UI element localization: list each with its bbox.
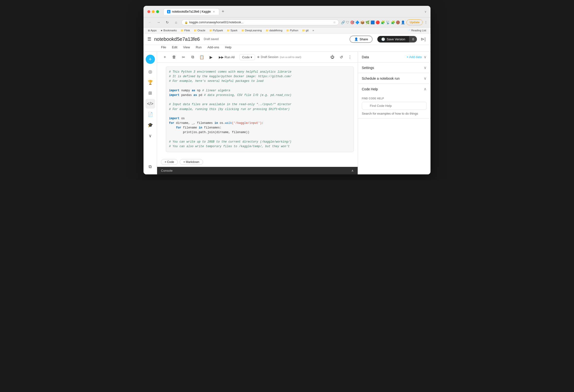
save-version-count-button[interactable]: 0 xyxy=(409,36,417,42)
hamburger-menu-icon[interactable]: ☰ xyxy=(147,36,151,42)
sidebar-item-code[interactable]: </> xyxy=(145,99,155,109)
minimize-button[interactable] xyxy=(152,10,155,13)
new-tab-button[interactable]: + xyxy=(220,9,226,14)
add-cell-fab[interactable]: + xyxy=(146,55,155,64)
update-button[interactable]: Update xyxy=(407,20,423,25)
window-collapse-icon: ∨ xyxy=(424,10,427,13)
bookmark-python[interactable]: 📁 Python xyxy=(285,28,300,32)
delete-cell-button[interactable]: 🗑 xyxy=(170,53,178,61)
browser-titlebar: k notebookd5e7a13fe6 | Kaggle × + ∨ xyxy=(144,6,430,18)
sidebar-item-competition[interactable]: 🏆 xyxy=(145,78,155,87)
console-bar: Console ∧ xyxy=(157,167,358,174)
bookmarks-more[interactable]: » xyxy=(311,28,315,32)
back-button[interactable]: ← xyxy=(146,19,153,26)
console-collapse-icon[interactable]: ∧ xyxy=(351,169,354,172)
add-data-button[interactable]: + Add data xyxy=(407,55,422,59)
menu-help[interactable]: Help xyxy=(224,45,233,50)
cell-type-dropdown[interactable]: Code ▾ xyxy=(239,54,255,60)
collapse-panel-button[interactable]: ⊳| xyxy=(420,36,427,43)
data-section-header[interactable]: Data + Add data ∨ xyxy=(358,52,430,62)
cut-cell-button[interactable]: ✂ xyxy=(179,53,187,61)
active-tab[interactable]: k notebookd5e7a13fe6 | Kaggle × xyxy=(164,8,219,15)
bookmark-bookmarks[interactable]: ★ Bookmarks xyxy=(159,28,178,32)
code-line: # It is defined by the kaggle/python Doc… xyxy=(169,74,351,79)
paste-cell-button[interactable]: 📋 xyxy=(198,53,206,61)
folder-icon: 📁 xyxy=(266,29,268,32)
data-header-left: Data xyxy=(362,55,369,59)
folder-icon: 📁 xyxy=(302,29,305,32)
run-all-icon: ▶▶ xyxy=(219,55,224,59)
session-status: Draft Session (run a cell to start) xyxy=(257,55,301,59)
apps-grid-icon: ⊞ xyxy=(148,29,150,32)
home-button[interactable]: ⌂ xyxy=(173,19,179,26)
code-help-section-header[interactable]: Code Help ∧ xyxy=(358,84,430,94)
tab-close-button[interactable]: × xyxy=(212,10,216,13)
schedule-section-header[interactable]: Schedule a notebook run ∨ xyxy=(358,73,430,83)
reload-button[interactable]: ↻ xyxy=(164,19,171,26)
save-version-label: Save Version xyxy=(387,37,405,41)
tab-favicon: k xyxy=(167,10,170,13)
add-cell-button[interactable]: + xyxy=(161,53,169,61)
sidebar-item-data[interactable]: ⊞ xyxy=(145,88,155,98)
bookmark-apps[interactable]: ⊞ Apps xyxy=(146,28,158,32)
code-cell[interactable]: # This Python 3 environment comes with m… xyxy=(166,66,354,152)
share-icon: 👤 xyxy=(354,37,358,41)
main-content: + ◎ 🏆 ⊞ </> 📄 🎓 ∨ ⧉ + 🗑 ✂ ⧉ 📋 xyxy=(144,52,430,174)
settings-section-header[interactable]: Settings ∨ xyxy=(358,62,430,73)
bookmark-datamining[interactable]: 📁 dataMining xyxy=(264,28,284,32)
notebook-title: notebookd5e7a13fe6 xyxy=(154,36,200,42)
lock-icon: 🔒 xyxy=(184,21,188,24)
traffic-lights xyxy=(147,10,159,13)
sidebar-item-compass[interactable]: ◎ xyxy=(145,67,155,77)
sidebar-item-document[interactable]: 📄 xyxy=(145,109,155,119)
dropdown-chevron-icon: ▾ xyxy=(251,55,252,59)
folder-icon: 📁 xyxy=(286,29,289,32)
bookmark-deeplearning[interactable]: 📁 DeepLearning xyxy=(240,28,263,32)
copy-cell-button[interactable]: ⧉ xyxy=(189,53,196,61)
code-line: # This Python 3 environment comes with m… xyxy=(169,70,351,74)
close-button[interactable] xyxy=(147,10,150,13)
power-button[interactable]: ⏻ xyxy=(328,53,336,61)
bookmark-pyspark[interactable]: 📁 PySpark xyxy=(208,28,225,32)
share-button[interactable]: 👤 Share xyxy=(350,36,373,43)
settings-section-title: Settings xyxy=(362,66,374,70)
folder-icon: 📁 xyxy=(181,29,184,32)
bookmark-spark-label: Spark xyxy=(230,29,237,32)
maximize-button[interactable] xyxy=(156,10,159,13)
code-help-input[interactable] xyxy=(362,102,427,110)
browser-window: k notebookd5e7a13fe6 | Kaggle × + ∨ ← → … xyxy=(144,6,430,174)
sidebar-more-icon[interactable]: ∨ xyxy=(145,131,155,141)
address-bar[interactable]: 🔒 kaggle.com/runawayhorse001/notebook...… xyxy=(181,20,339,25)
run-cell-button[interactable]: ▶ xyxy=(207,53,215,61)
schedule-panel-section: Schedule a notebook run ∨ xyxy=(358,73,430,84)
code-line: print(os.path.join(dirname, filename)) xyxy=(169,130,351,135)
run-all-button[interactable]: ▶▶ Run All xyxy=(216,54,237,60)
add-markdown-cell-button[interactable]: + Markdown xyxy=(180,159,203,165)
save-version-button[interactable]: 🕐 Save Version xyxy=(377,36,409,42)
bookmark-spark[interactable]: 📁 Spark xyxy=(225,28,239,32)
bookmark-oracle[interactable]: 📁 Oracle xyxy=(192,28,207,32)
bookmark-flink[interactable]: 📁 Flink xyxy=(179,28,191,32)
add-code-cell-button[interactable]: + Code xyxy=(161,159,178,165)
forward-button[interactable]: → xyxy=(155,19,162,26)
bookmark-deeplearning-label: DeepLearning xyxy=(245,29,262,32)
reading-list-label: Reading List xyxy=(411,29,426,32)
menu-addons[interactable]: Add-ons xyxy=(206,45,220,50)
menu-bar: File Edit View Run Add-ons Help xyxy=(144,45,430,52)
sidebar-copy-layers-icon[interactable]: ⧉ xyxy=(145,162,155,171)
menu-view[interactable]: View xyxy=(182,45,191,50)
left-sidebar: + ◎ 🏆 ⊞ </> 📄 🎓 ∨ ⧉ xyxy=(144,52,157,174)
code-line: for filename in filenames: xyxy=(169,125,351,130)
reading-list[interactable]: 📄 Reading List xyxy=(406,28,428,32)
menu-file[interactable]: File xyxy=(160,45,167,50)
bookmark-git[interactable]: 📁 git xyxy=(301,28,310,32)
session-label: Draft Session xyxy=(261,55,278,59)
more-options-button[interactable]: ⋮ xyxy=(346,53,354,61)
menu-edit[interactable]: Edit xyxy=(171,45,178,50)
tab-title: notebookd5e7a13fe6 | Kaggle xyxy=(172,10,211,13)
menu-run[interactable]: Run xyxy=(195,45,203,50)
sidebar-item-learn[interactable]: 🎓 xyxy=(145,120,155,130)
browser-menu-icon[interactable]: ⋮ xyxy=(424,21,428,24)
bookmark-star-icon[interactable]: ☆ xyxy=(333,21,336,24)
refresh-button[interactable]: ↺ xyxy=(337,53,345,61)
